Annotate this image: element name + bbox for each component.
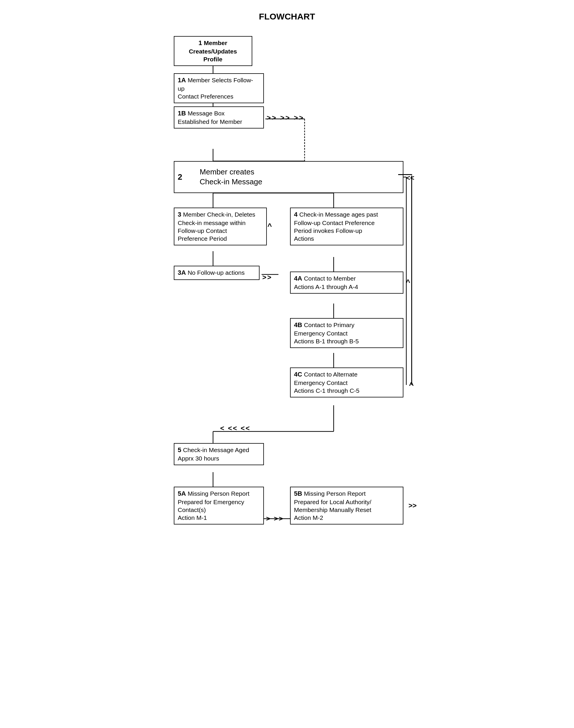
- node-5a: 5AMissing Person Report Prepared for Eme…: [174, 487, 264, 524]
- page-container: FLOWCHART: [156, 12, 418, 716]
- node-4-id: 4: [294, 210, 298, 219]
- flowchart-wrapper: 1Member Creates/Updates Profile 1AMember…: [162, 30, 412, 714]
- node-5: 5Check-in Message Aged Apprx 30 hours: [174, 443, 264, 465]
- node-2-id: 2: [178, 172, 182, 182]
- node-3: 3Member Check-in, Deletes Check-in messa…: [174, 208, 267, 245]
- node-3a: 3ANo Follow-up actions: [174, 266, 259, 280]
- page-title: FLOWCHART: [156, 12, 418, 22]
- node-4b-label: Contact to Primary Emergency Contact Act…: [294, 322, 359, 345]
- arrow-5b-right: >>: [408, 501, 416, 510]
- node-4a: 4AContact to Member Actions A-1 through …: [290, 272, 403, 294]
- node-5-id: 5: [178, 446, 181, 454]
- arrow-4a-right: ^: [406, 278, 410, 288]
- node-1-id: 1: [199, 39, 202, 47]
- right-bottom-arrow: ^: [409, 380, 414, 390]
- node-1a-label: Member Selects Follow-up Contact Prefere…: [178, 77, 253, 100]
- arrow-3a-right: >>: [262, 273, 272, 281]
- node-4a-label: Contact to Member Actions A-1 through A-…: [294, 275, 358, 290]
- right-top-hline: [398, 174, 412, 175]
- node-3a-id: 3A: [178, 269, 186, 277]
- node-4b-id: 4B: [294, 321, 302, 329]
- node-5b-label: Missing Person Report Prepared for Local…: [294, 490, 371, 521]
- node-3-id: 3: [178, 210, 181, 219]
- node-4: 4Check-in Message ages past Follow-up Co…: [290, 208, 403, 245]
- node-1a: 1AMember Selects Follow-up Contact Prefe…: [174, 73, 264, 103]
- node-5a-id: 5A: [178, 490, 186, 498]
- node-1a-id: 1A: [178, 76, 186, 85]
- node-5b-id: 5B: [294, 490, 302, 498]
- node-4c-label: Contact to Alternate Emergency Contact A…: [294, 371, 360, 394]
- node-2: 2 Member creates Check-in Message <<: [174, 161, 403, 193]
- node-1: 1Member Creates/Updates Profile: [174, 36, 252, 66]
- node-1b: 1BMessage Box Established for Member: [174, 107, 264, 128]
- arrow-5a-right: > >>: [266, 515, 284, 523]
- node-5b: 5BMissing Person Report Prepared for Loc…: [290, 487, 403, 524]
- node-1b-id: 1B: [178, 109, 186, 118]
- node-2-label: Member creates Check-in Message: [200, 167, 262, 187]
- node-4-label: Check-in Message ages past Follow-up Con…: [294, 211, 378, 242]
- node-1-label: Member Creates/Updates Profile: [189, 40, 237, 63]
- arrow-5-from: < << <<: [220, 424, 250, 432]
- node-4c-id: 4C: [294, 370, 302, 379]
- node-4b: 4BContact to Primary Emergency Contact A…: [290, 318, 403, 348]
- node-4c: 4CContact to Alternate Emergency Contact…: [290, 367, 403, 397]
- node-3-label: Member Check-in, Deletes Check-in messag…: [178, 211, 255, 242]
- arrow-3-up: ^: [268, 221, 272, 232]
- node-3a-label: No Follow-up actions: [188, 269, 245, 276]
- node-5-label: Check-in Message Aged Apprx 30 hours: [178, 447, 249, 462]
- node-4a-id: 4A: [294, 275, 302, 283]
- node-5a-label: Missing Person Report Prepared for Emerg…: [178, 490, 250, 521]
- node-1b-label: Message Box Established for Member: [178, 110, 242, 125]
- arrow-1b-right: >> >> >>: [267, 114, 304, 122]
- right-vertical-line: [411, 175, 412, 385]
